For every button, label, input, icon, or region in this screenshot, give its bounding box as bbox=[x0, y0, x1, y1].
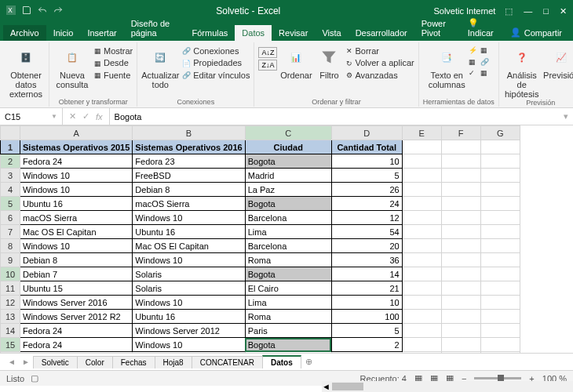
sheet-nav-next-icon[interactable]: ► bbox=[19, 358, 33, 366]
cell[interactable]: 24 bbox=[331, 197, 402, 211]
cell[interactable]: 36 bbox=[331, 253, 402, 267]
cell[interactable] bbox=[480, 225, 520, 239]
row-header[interactable]: 12 bbox=[1, 296, 20, 310]
cell[interactable] bbox=[402, 338, 441, 352]
cell[interactable]: Debian 8 bbox=[133, 183, 245, 197]
cell[interactable]: Bogota bbox=[245, 197, 331, 211]
data-validation-icon[interactable]: ✓ bbox=[469, 68, 477, 78]
row-header[interactable]: 7 bbox=[1, 225, 20, 239]
tab-vista[interactable]: Vista bbox=[315, 25, 348, 41]
text-to-columns-button[interactable]: 📑Texto en columnas bbox=[428, 44, 465, 89]
cell[interactable] bbox=[480, 183, 520, 197]
cell[interactable] bbox=[402, 169, 441, 183]
row-header[interactable]: 15 bbox=[1, 338, 20, 352]
cell[interactable]: Ubuntu 16 bbox=[133, 225, 245, 239]
cell[interactable] bbox=[480, 169, 520, 183]
cell[interactable] bbox=[441, 338, 480, 352]
cell[interactable]: macOS Sierra bbox=[133, 197, 245, 211]
whatif-button[interactable]: ❓Análisis de hipótesis bbox=[503, 44, 541, 99]
row-header[interactable]: 5 bbox=[1, 197, 20, 211]
cell[interactable] bbox=[480, 310, 520, 324]
cell[interactable]: 21 bbox=[331, 281, 402, 296]
cell[interactable] bbox=[441, 352, 480, 354]
cell[interactable] bbox=[402, 183, 441, 197]
cell[interactable]: Windows Server 2012 bbox=[133, 324, 245, 338]
horizontal-scrollbar[interactable]: ◄ bbox=[322, 381, 573, 392]
tab-inicio[interactable]: Inicio bbox=[46, 25, 81, 41]
col-header-G[interactable]: G bbox=[480, 126, 520, 140]
consolidate-icon[interactable]: ▦ bbox=[480, 45, 489, 56]
tab-insertar[interactable]: Insertar bbox=[80, 25, 123, 41]
cell[interactable] bbox=[402, 211, 441, 225]
tab-fórmulas[interactable]: Fórmulas bbox=[185, 25, 235, 41]
cell[interactable] bbox=[480, 267, 520, 281]
row-header[interactable]: 14 bbox=[1, 324, 20, 338]
maximize-icon[interactable]: □ bbox=[543, 6, 549, 16]
cell[interactable]: Windows 10 bbox=[20, 239, 133, 253]
sheet-tab-datos[interactable]: Datos bbox=[262, 355, 301, 368]
cancel-icon[interactable]: ✕ bbox=[69, 111, 76, 122]
table-header-cell[interactable]: Ciudad bbox=[245, 140, 331, 154]
cell[interactable]: 100 bbox=[331, 310, 402, 324]
refresh-all-button[interactable]: 🔄Actualizar todo bbox=[141, 44, 179, 89]
row-header[interactable]: 9 bbox=[1, 253, 20, 267]
cell[interactable]: macOS Sierra bbox=[20, 211, 133, 225]
cell[interactable] bbox=[402, 310, 441, 324]
col-header-D[interactable]: D bbox=[331, 126, 402, 140]
tab-diseño-de-página[interactable]: Diseño de página bbox=[124, 16, 185, 41]
cell[interactable] bbox=[441, 281, 480, 296]
cell[interactable]: Roma bbox=[245, 253, 331, 267]
cell[interactable]: 10 bbox=[331, 296, 402, 310]
cell[interactable]: 5 bbox=[331, 324, 402, 338]
cell[interactable] bbox=[133, 352, 245, 354]
tell-me[interactable]: 💡 Indicar bbox=[461, 15, 502, 41]
cell[interactable] bbox=[441, 239, 480, 253]
cell[interactable]: Windows 10 bbox=[133, 253, 245, 267]
cell[interactable] bbox=[480, 197, 520, 211]
cell[interactable]: Solaris bbox=[133, 267, 245, 281]
cell[interactable] bbox=[441, 140, 480, 154]
row-header[interactable]: 4 bbox=[1, 183, 20, 197]
cell[interactable]: Barcelona bbox=[245, 239, 331, 253]
cell[interactable]: 14 bbox=[331, 267, 402, 281]
relationships-icon[interactable]: 🔗 bbox=[480, 57, 489, 67]
cell[interactable] bbox=[480, 239, 520, 253]
cell[interactable]: 26 bbox=[331, 183, 402, 197]
cell[interactable]: Roma bbox=[245, 310, 331, 324]
cell[interactable] bbox=[441, 211, 480, 225]
sheet-tab-fechas[interactable]: Fechas bbox=[112, 356, 155, 368]
cell[interactable]: Debian 7 bbox=[20, 267, 133, 281]
cell[interactable]: Bogota bbox=[245, 338, 331, 352]
row-header[interactable]: 6 bbox=[1, 211, 20, 225]
flash-fill-icon[interactable]: ⚡ bbox=[469, 45, 477, 56]
row-header[interactable]: 10 bbox=[1, 267, 20, 281]
cell[interactable]: Debian 8 bbox=[20, 253, 133, 267]
recent-sources[interactable]: ▦ Fuente bbox=[94, 70, 133, 82]
table-header-cell[interactable]: Cantidad Total bbox=[331, 140, 402, 154]
cell[interactable] bbox=[402, 296, 441, 310]
tab-datos[interactable]: Datos bbox=[235, 25, 272, 41]
connections[interactable]: 🔗 Conexiones bbox=[182, 45, 250, 57]
redo-icon[interactable] bbox=[53, 5, 63, 16]
sheet-tab-solvetic[interactable]: Solvetic bbox=[33, 356, 78, 368]
cell[interactable]: Windows Server 2012 R2 bbox=[20, 310, 133, 324]
fx-icon[interactable]: fx bbox=[96, 112, 103, 122]
row-header[interactable]: 8 bbox=[1, 239, 20, 253]
cell[interactable] bbox=[480, 352, 520, 354]
cell[interactable] bbox=[245, 352, 331, 354]
cell[interactable] bbox=[441, 253, 480, 267]
cell[interactable] bbox=[402, 239, 441, 253]
cell[interactable] bbox=[480, 324, 520, 338]
close-icon[interactable]: ✕ bbox=[560, 6, 567, 16]
row-header[interactable]: 16 bbox=[1, 352, 20, 354]
cell[interactable]: Ubuntu 15 bbox=[20, 281, 133, 296]
forecast-button[interactable]: 📈Previsión bbox=[544, 44, 573, 80]
col-header-A[interactable]: A bbox=[20, 126, 133, 140]
tab-file[interactable]: Archivo bbox=[3, 25, 46, 41]
cell[interactable]: Fedora 23 bbox=[133, 154, 245, 169]
advanced-filter[interactable]: ⚙ Avanzadas bbox=[346, 70, 414, 82]
cell[interactable]: 2 bbox=[331, 338, 402, 352]
cell[interactable] bbox=[441, 267, 480, 281]
sort-az-icon[interactable]: A↓Z bbox=[258, 47, 277, 58]
cell[interactable] bbox=[441, 296, 480, 310]
